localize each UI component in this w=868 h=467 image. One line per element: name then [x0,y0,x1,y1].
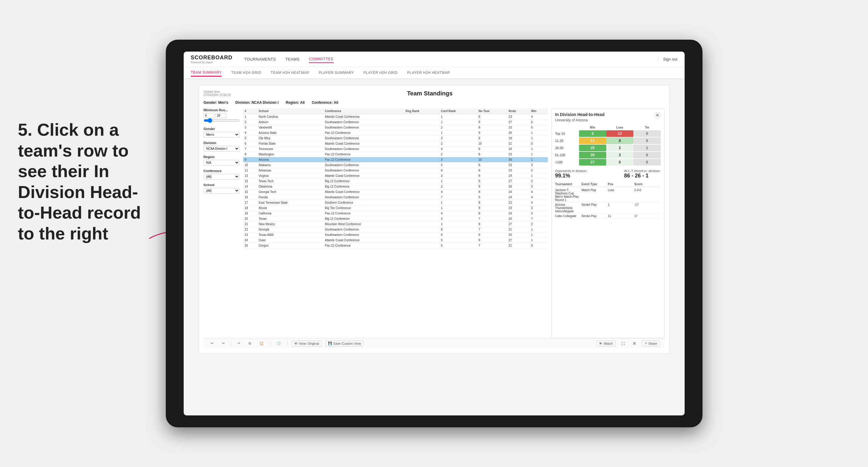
cell-conf-rank: 3 [439,173,477,179]
cell-no-tour: 9 [477,232,507,238]
min-rounds-min-input[interactable] [204,113,214,118]
cell-conference: Atlantic Coast Conference [323,189,404,195]
cell-no-tour: 9 [477,179,507,184]
cell-school: Georgia [257,227,323,232]
cell-win: 1 [529,227,548,232]
nav-teams[interactable]: TEAMS [285,56,299,63]
cell-conf-rank: 4 [439,147,477,152]
cell-school: Auburn [257,120,323,125]
subnav-team-h2h-grid[interactable]: TEAM H2H GRID [231,69,261,76]
h2h-row: 26-50 25 2 1 [555,145,661,151]
watch-button[interactable]: 👁 Watch [596,341,615,346]
view-original-button[interactable]: 👁 View: Original [291,341,322,346]
col-tournament: Tournament [555,183,582,186]
nav-committee[interactable]: COMMITTEE [309,56,334,63]
table-row[interactable]: 2 Auburn Southeastern Conference 1 9 27 … [243,120,548,125]
copy-button[interactable]: ⧉ [246,340,253,346]
cell-no-tour: 9 [477,206,507,211]
th-no-tour: No Tour [477,108,507,114]
table-row[interactable]: 25 Oregon Pac-12 Conference 5 7 21 0 [243,243,548,248]
h2h-close-button[interactable]: ✕ [654,112,661,119]
subnav-team-h2h-heatmap[interactable]: TEAM H2H HEATMAP [271,69,309,76]
table-row[interactable]: 6 Florida State Atlantic Coast Conferenc… [243,141,548,147]
cell-reg-rank [404,243,439,248]
cell-win: 1 [529,238,548,243]
cell-conf-rank: 3 [439,136,477,141]
region-select[interactable]: N/A [204,160,240,165]
division-select[interactable]: NCAA Division I [204,146,240,152]
cell-no-tour: 6 [477,147,507,152]
subnav-team-summary[interactable]: TEAM SUMMARY [191,69,222,76]
table-row[interactable]: 1 North Carolina Atlantic Coast Conferen… [243,114,548,120]
table-row[interactable]: 4 Arizona State Pac-12 Conference 1 9 26… [243,130,548,136]
nav-tournaments[interactable]: TOURNAMENTS [245,56,276,63]
cell-rank: 20 [243,216,257,222]
table-row[interactable]: 15 Georgia Tech Atlantic Coast Conferenc… [243,189,548,195]
gender-select[interactable]: Men's [204,132,240,137]
table-row[interactable]: 13 Texas Tech Big 12 Conference 1 9 27 2 [243,179,548,184]
table-row[interactable]: 17 East Tennessee State Southern Confere… [243,200,548,206]
card-header: Update time: 27/03/2024 15:56:26 Team St… [204,90,664,97]
table-row[interactable]: 12 Virginia Atlantic Coast Conference 3 … [243,173,548,179]
cell-conference: Southern Conference [323,200,404,206]
school-select[interactable]: (All) [204,188,240,193]
table-row[interactable]: 10 Alabama Southeastern Conference 5 8 2… [243,162,548,168]
opponents-label: Opponents in division: [555,169,587,173]
redo-button[interactable]: ↪ [219,340,227,346]
save-custom-view-button[interactable]: 💾 Save Custom View [325,340,364,346]
logo-title: SCOREBOARD [191,55,232,61]
cell-rank: 23 [243,232,257,238]
cell-reg-rank [404,130,439,136]
subnav-player-h2h-grid[interactable]: PLAYER H2H GRID [364,69,398,76]
table-row[interactable]: 19 California Pac-12 Conference 4 8 24 2 [243,211,548,216]
paste-button[interactable]: 📋 [257,340,266,346]
share-button[interactable]: ↗ Share [642,340,659,346]
grid-button[interactable]: ⊞ [631,340,638,346]
table-row[interactable]: 11 Arkansas Southeastern Conference 6 8 … [243,168,548,173]
cell-win: 1 [529,136,548,141]
table-row[interactable]: 20 Texas Big 12 Conference 3 7 20 7 [243,216,548,222]
subnav-player-summary[interactable]: PLAYER SUMMARY [319,69,354,76]
table-row[interactable]: 14 Oklahoma Big 12 Conference 2 9 26 3 [243,184,548,189]
conference-select[interactable]: (All) [204,174,240,180]
table-row[interactable]: 21 New Mexico Mountain West Conference 1… [243,222,548,227]
time-button[interactable]: 🕐 [274,340,283,346]
table-row[interactable]: 3 Vanderbilt Southeastern Conference 2 8… [243,125,548,130]
cell-conf-rank: 2 [439,125,477,130]
table-row[interactable]: 5 Ole Miss Southeastern Conference 3 6 1… [243,136,548,141]
table-row[interactable]: 9 Arizona Pac-12 Conference 3 10 30 1 [243,157,548,162]
table-row[interactable]: 18 Illinois Big Ten Conference 1 9 23 3 [243,206,548,211]
cell-school: Arizona [257,157,323,162]
cell-rnds: 24 [507,195,529,200]
h2h-range: 51-100 [555,153,579,157]
cell-no-tour: 8 [477,200,507,206]
th-school: School [257,108,323,114]
min-rounds-slider[interactable] [204,118,240,123]
cell-conf-rank: 2 [439,141,477,147]
table-row[interactable]: 8 Washington Pac-12 Conference 2 8 23 1 [243,152,548,157]
toolbar-sep-3: | [287,341,288,346]
cell-rank: 5 [243,136,257,141]
table-row[interactable]: 22 Georgia Southeastern Conference 8 7 2… [243,227,548,232]
cell-win: 4 [529,195,548,200]
h2h-loss-cell: 0 [606,159,633,165]
table-row[interactable]: 16 Florida Southeastern Conference 7 9 2… [243,195,548,200]
sub-nav: TEAM SUMMARY TEAM H2H GRID TEAM H2H HEAT… [184,67,685,79]
cut-button[interactable]: ✂ [235,340,243,346]
cell-rank: 13 [243,179,257,184]
expand-button[interactable]: ⛶ [619,341,627,346]
sign-out-link[interactable]: Sign out [658,57,678,61]
h2h-range-header [555,126,579,129]
min-rounds-max-input[interactable] [216,113,226,118]
undo-button[interactable]: ↩ [209,340,216,346]
cell-reg-rank [404,179,439,184]
cell-no-tour: 8 [477,211,507,216]
table-row[interactable]: 23 Texas A&M Southeastern Conference 9 9… [243,232,548,238]
table-row[interactable]: 24 Duke Atlantic Coast Conference 5 9 27… [243,238,548,243]
cell-win: 2 [529,211,548,216]
table-row[interactable]: 7 Tennessee Southeastern Conference 4 6 … [243,147,548,152]
cell-school: Oklahoma [257,184,323,189]
h2h-win-cell: 27 [579,159,606,165]
subnav-player-h2h-heatmap[interactable]: PLAYER H2H HEATMAP [407,69,450,76]
cell-rank: 22 [243,227,257,232]
